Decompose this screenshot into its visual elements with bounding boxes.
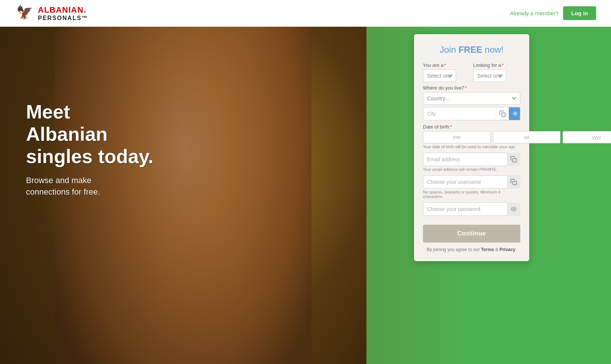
eye-icon — [511, 206, 517, 212]
looking-for-label: Looking for a* — [473, 62, 520, 68]
logo: 🦅 ♥ ALBANIAN. PERSONALS™ — [15, 4, 88, 23]
logo-albanian: ALBANIAN. — [38, 5, 88, 15]
email-icon-button[interactable] — [507, 153, 520, 166]
password-toggle-button[interactable] — [507, 202, 520, 216]
form-title: Join FREE now! — [423, 45, 520, 55]
svg-text:♥: ♥ — [22, 11, 25, 17]
email-hint: Your email address will remain PRIVATE. — [423, 167, 520, 172]
city-locate-button[interactable] — [509, 107, 520, 120]
terms-text: By joining you agree to our Terms & Priv… — [423, 247, 520, 252]
svg-point-4 — [514, 113, 516, 114]
email-group: Your email address will remain PRIVATE. — [423, 153, 520, 172]
logo-text: ALBANIAN. PERSONALS™ — [38, 5, 88, 22]
username-input[interactable] — [423, 175, 520, 189]
password-group — [423, 202, 520, 216]
logo-icon: 🦅 ♥ — [15, 4, 34, 23]
email-input[interactable] — [423, 153, 520, 166]
email-input-wrapper — [423, 153, 520, 166]
username-copy-icon — [510, 179, 517, 185]
locate-icon — [513, 111, 518, 116]
looking-for-group: Looking for a* Select one Women Men — [473, 62, 520, 82]
terms-link[interactable]: Terms — [481, 247, 494, 252]
svg-rect-3 — [502, 113, 505, 117]
continue-button[interactable]: Continue — [423, 225, 520, 243]
dob-group: Date of birth* Your date of birth will b… — [423, 124, 520, 149]
location-group: Where do you live?* Country... Albania K… — [423, 85, 520, 120]
login-button[interactable]: Log in — [563, 6, 596, 20]
dob-row — [423, 131, 520, 143]
username-hint: No spaces, brackets or quotes. Minimum 4… — [423, 190, 520, 199]
city-input[interactable] — [423, 107, 496, 120]
svg-rect-10 — [513, 159, 517, 162]
you-are-group: You are a* Select one Man Woman — [423, 62, 470, 82]
already-member-text: Already a member? — [510, 10, 559, 16]
gender-row: You are a* Select one Man Woman Looking … — [423, 62, 520, 82]
svg-rect-11 — [513, 181, 517, 185]
looking-for-select[interactable]: Select one Women Men — [473, 69, 506, 82]
hero-title: MeetAlbaniansingles today. — [26, 101, 153, 168]
password-input[interactable] — [423, 202, 520, 216]
username-input-wrapper — [423, 175, 520, 189]
username-icon-button[interactable] — [507, 175, 520, 189]
hero-subtitle: Browse and makeconnections for free. — [26, 175, 153, 198]
country-select[interactable]: Country... Albania Kosovo North Macedoni… — [423, 92, 520, 105]
logo-personals: PERSONALS™ — [38, 15, 88, 22]
city-row — [423, 107, 520, 120]
email-copy-icon — [510, 156, 517, 163]
password-input-wrapper — [423, 202, 520, 216]
you-are-label: You are a* — [423, 62, 470, 68]
you-are-select[interactable]: Select one Man Woman — [423, 69, 456, 82]
main-content: MeetAlbaniansingles today. Browse and ma… — [0, 27, 611, 364]
privacy-link[interactable]: Privacy — [500, 247, 515, 252]
where-live-label: Where do you live?* — [423, 85, 520, 91]
header-right: Already a member? Log in — [510, 6, 596, 20]
dob-mm-input[interactable] — [423, 131, 491, 143]
svg-point-12 — [513, 208, 514, 210]
hero-text-block: MeetAlbaniansingles today. Browse and ma… — [26, 101, 153, 198]
svg-text:🦅: 🦅 — [16, 4, 33, 20]
city-copy-button[interactable] — [496, 107, 509, 120]
copy-icon — [499, 110, 506, 117]
username-group: No spaces, brackets or quotes. Minimum 4… — [423, 175, 520, 199]
site-header: 🦅 ♥ ALBANIAN. PERSONALS™ Already a membe… — [0, 0, 611, 27]
dob-label: Date of birth* — [423, 124, 520, 130]
dob-hint: Your date of birth will be used to calcu… — [423, 144, 520, 149]
dob-yyyy-input[interactable] — [563, 131, 611, 143]
dob-dd-input[interactable] — [493, 131, 560, 143]
registration-form: Join FREE now! You are a* Select one Man… — [414, 34, 529, 261]
